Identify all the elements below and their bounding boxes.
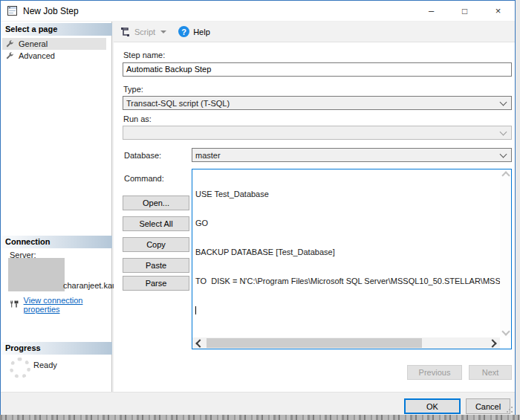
vertical-scrollbar[interactable] [500, 169, 511, 337]
previous-button[interactable]: Previous [407, 365, 462, 380]
connection-user: charanjeet.kaur [63, 281, 120, 290]
run-as-dropdown[interactable] [123, 126, 512, 140]
connection-properties-icon [10, 300, 19, 310]
dialog-footer: OK Cancel [1, 392, 515, 415]
view-connection-properties-link[interactable]: View connection properties [24, 296, 111, 314]
connection-header: Connection [1, 236, 112, 248]
redacted-server-name [8, 258, 65, 291]
command-label: Command: [124, 174, 164, 183]
window-controls: – □ × [415, 1, 515, 21]
view-connection-properties[interactable]: View connection properties [10, 296, 111, 314]
database-label: Database: [124, 151, 161, 160]
open-button[interactable]: Open... [123, 196, 189, 210]
type-dropdown[interactable]: Transact-SQL script (T-SQL) [123, 96, 512, 110]
chevron-down-icon [500, 98, 507, 106]
help-label: Help [193, 28, 210, 36]
title-bar: New Job Step – □ × [1, 1, 515, 21]
horizontal-scrollbar[interactable] [192, 337, 500, 349]
command-line: USE Test_Database [195, 190, 500, 199]
progress-header: Progress [1, 342, 112, 355]
command-line: BACKUP DATABASE [Test_Database] [195, 248, 500, 257]
progress-status: Ready [33, 361, 57, 369]
censored-taskbar [0, 415, 520, 420]
command-caret-line [195, 306, 500, 316]
help-icon: ? [178, 26, 189, 37]
wrench-icon [5, 39, 14, 48]
sidebar-item-advanced[interactable]: Advanced [2, 50, 106, 62]
sidebar-item-label: General [19, 39, 48, 48]
copy-button[interactable]: Copy [123, 237, 189, 252]
script-button[interactable]: Script [120, 27, 166, 37]
type-label: Type: [123, 85, 143, 94]
general-page-panel: Step name: Automatic Backup Step Type: T… [114, 42, 515, 392]
chevron-down-icon[interactable] [160, 30, 166, 33]
scroll-down-icon[interactable] [501, 327, 510, 335]
script-label: Script [134, 28, 155, 36]
cancel-button[interactable]: Cancel [466, 398, 510, 414]
maximize-button[interactable]: □ [448, 1, 481, 21]
command-line: TO DISK = N'C:\Program Files\Microsoft S… [195, 277, 500, 286]
command-textarea[interactable]: USE Test_Database GO BACKUP DATABASE [Te… [192, 169, 512, 349]
minimize-button[interactable]: – [415, 1, 448, 21]
new-job-step-dialog: New Job Step – □ × Select a page General… [0, 0, 516, 415]
progress-spinner-icon [10, 358, 30, 378]
chevron-down-icon [500, 150, 507, 158]
step-name-input[interactable]: Automatic Backup Step [123, 62, 512, 77]
window-title: New Job Step [23, 6, 79, 16]
resize-grip[interactable] [506, 406, 513, 413]
sidebar: Select a page General Advanced Connectio… [1, 22, 112, 392]
scroll-left-icon[interactable] [195, 339, 204, 347]
select-a-page-header: Select a page [1, 23, 112, 36]
type-value: Transact-SQL script (T-SQL) [126, 99, 501, 108]
script-icon [120, 27, 131, 37]
next-button[interactable]: Next [469, 365, 512, 380]
parse-button[interactable]: Parse [123, 276, 189, 291]
step-name-label: Step name: [123, 51, 165, 59]
help-button[interactable]: ? Help [178, 26, 210, 37]
select-all-button[interactable]: Select All [123, 216, 189, 231]
paste-button[interactable]: Paste [123, 258, 189, 273]
scroll-up-icon[interactable] [501, 171, 510, 179]
wrench-icon [5, 51, 14, 60]
chevron-down-icon [500, 128, 507, 135]
form-window-icon [7, 6, 17, 16]
close-button[interactable]: × [481, 1, 515, 21]
horizontal-scrollbar-thumb[interactable] [207, 338, 422, 348]
database-dropdown[interactable]: master [192, 148, 512, 162]
sidebar-item-label: Advanced [19, 51, 55, 60]
run-as-label: Run as: [123, 114, 152, 123]
command-text: USE Test_Database GO BACKUP DATABASE [Te… [192, 169, 500, 337]
ok-button[interactable]: OK [404, 398, 461, 414]
command-line: GO [195, 219, 500, 228]
sidebar-item-general[interactable]: General [2, 38, 106, 50]
database-value: master [195, 151, 501, 160]
scroll-right-icon[interactable] [488, 339, 496, 347]
dialog-toolbar: Script ? Help [114, 22, 515, 42]
text-caret [195, 306, 196, 314]
